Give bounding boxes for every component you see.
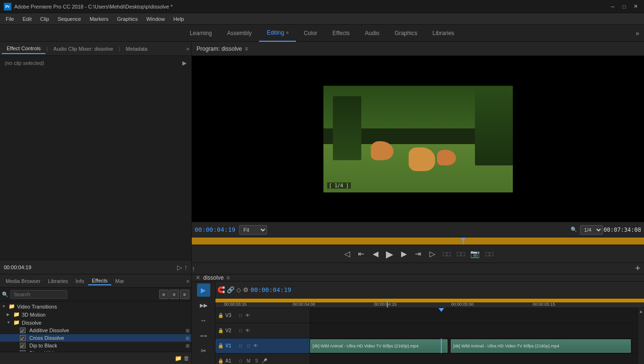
- nav-libraries[interactable]: Libraries: [425, 25, 462, 42]
- timeline-menu-button[interactable]: ≡: [226, 274, 230, 281]
- track-select-tool[interactable]: ▶▶: [197, 299, 210, 312]
- mark-out-button[interactable]: ▷: [427, 248, 438, 260]
- tab-effect-controls[interactable]: Effect Controls: [2, 44, 45, 54]
- link-selection-button[interactable]: 🔗: [227, 286, 234, 293]
- sync-lock-v1[interactable]: □: [237, 343, 244, 348]
- nav-more-button[interactable]: »: [635, 29, 639, 37]
- track-visibility-v3[interactable]: 👁: [245, 313, 250, 318]
- razor-tool[interactable]: ✂: [197, 344, 210, 357]
- toggle-sync-v2[interactable]: □: [237, 328, 244, 333]
- add-to-bin-icon[interactable]: ⊞: [186, 328, 189, 333]
- menu-clip[interactable]: Clip: [36, 15, 53, 23]
- menu-file[interactable]: File: [2, 15, 18, 23]
- lock-icon-v2[interactable]: 🔒: [217, 328, 224, 333]
- tab-libraries[interactable]: Libraries: [44, 277, 72, 285]
- tree-item-video-transitions[interactable]: ▼ 📁 Video Transitions: [0, 302, 191, 310]
- tree-item-3d-motion[interactable]: ▶ 📁 3D Motion: [0, 310, 191, 318]
- panel-tab-more-button[interactable]: »: [186, 46, 189, 52]
- nav-graphics[interactable]: Graphics: [387, 25, 425, 42]
- trim-button[interactable]: ⬚⬚: [483, 248, 495, 260]
- tab-info[interactable]: Info: [72, 277, 88, 285]
- close-button[interactable]: ✕: [631, 3, 640, 10]
- nav-color[interactable]: Color: [296, 25, 325, 42]
- timeline-timecode[interactable]: 00:00:04:19: [250, 286, 291, 293]
- selection-tool[interactable]: ▶: [197, 283, 210, 297]
- solo-a1[interactable]: S: [253, 358, 260, 364]
- tab-effects[interactable]: Effects: [88, 277, 111, 285]
- go-to-out-button[interactable]: ⇥: [412, 248, 424, 260]
- menu-edit[interactable]: Edit: [19, 15, 36, 23]
- add-button[interactable]: +: [635, 264, 644, 273]
- clip-v1-1[interactable]: [4k] Wild Animal - Ultra HD Video TV 60f…: [310, 339, 447, 353]
- clip-v1-2[interactable]: [4k] Wild Animal - Ultra HD Video TV 60f…: [451, 339, 631, 353]
- menu-window[interactable]: Window: [143, 15, 169, 23]
- delete-effect-button[interactable]: 🗑: [184, 355, 189, 362]
- menu-help[interactable]: Help: [170, 15, 188, 23]
- go-to-in-button[interactable]: ⇤: [356, 248, 367, 260]
- mic-a1[interactable]: 🎤: [261, 358, 267, 364]
- add-to-bin-icon[interactable]: ⊞: [186, 336, 189, 341]
- close-timeline-button[interactable]: ✕: [196, 274, 200, 281]
- new-bin-button[interactable]: ≡: [159, 290, 169, 299]
- tab-audio-clip-mixer[interactable]: Audio Clip Mixer: dissolve: [49, 44, 118, 54]
- rate-stretch-tool[interactable]: ⟺: [197, 329, 210, 342]
- lock-icon-v1[interactable]: 🔒: [217, 343, 224, 348]
- tree-item-cross-dissolve[interactable]: ✓ Cross Dissolve ⊞: [0, 334, 191, 342]
- scroll-up[interactable]: ▲: [638, 308, 644, 315]
- track-visibility-v2[interactable]: 👁: [245, 328, 250, 333]
- track-visibility-v1[interactable]: 👁: [253, 343, 258, 348]
- tab-media-browser[interactable]: Media Browser: [2, 277, 44, 285]
- quality-dropdown[interactable]: 1/4 1/2 Full: [580, 225, 603, 235]
- bl-tab-more-button[interactable]: »: [186, 278, 189, 284]
- expand-arrow[interactable]: ▶: [182, 60, 187, 66]
- nav-assembly[interactable]: Assembly: [219, 25, 259, 42]
- menu-sequence[interactable]: Sequence: [54, 15, 85, 23]
- nav-learning[interactable]: Learning: [182, 25, 220, 42]
- accelerated-button[interactable]: ≡: [180, 290, 189, 299]
- tab-mar[interactable]: Mar: [111, 277, 128, 285]
- play-button[interactable]: ▶: [384, 248, 395, 260]
- toggle-sync-v3[interactable]: □: [237, 313, 244, 318]
- maximize-button[interactable]: □: [619, 3, 629, 10]
- slip-tool[interactable]: ⊞: [197, 359, 210, 364]
- export-frame-button[interactable]: ↑: [184, 264, 188, 271]
- main-area: Effect Controls | Audio Clip Mixer: diss…: [0, 42, 644, 364]
- overwrite-button[interactable]: ⬚⬚: [455, 248, 466, 260]
- add-marker-button[interactable]: ◇: [236, 286, 241, 293]
- toggle-output-v1[interactable]: □: [245, 343, 252, 348]
- export-frame-btn[interactable]: 📷: [469, 248, 481, 260]
- nav-editing[interactable]: Editing ≡: [259, 25, 296, 42]
- toggle-snapping-button[interactable]: 🧲: [217, 286, 225, 293]
- tree-item-dissolve[interactable]: ▼ 📁 Dissolve: [0, 318, 191, 327]
- add-to-bin-icon[interactable]: ⊞: [186, 343, 189, 348]
- sync-lock-a1[interactable]: □: [237, 358, 244, 364]
- mute-a1[interactable]: M: [245, 358, 252, 364]
- vertical-scrollbar[interactable]: ▲ ▼ -12 -24 -36 -48 dB S S: [637, 308, 644, 364]
- folder-icon: 📁: [13, 311, 20, 318]
- program-menu-button[interactable]: ≡: [245, 46, 248, 52]
- set-in-button[interactable]: ▷: [177, 264, 182, 271]
- nav-effects[interactable]: Effects: [325, 25, 357, 42]
- mark-in-button[interactable]: ◁: [341, 248, 353, 260]
- step-forward-button[interactable]: ▶: [398, 248, 410, 260]
- insert-button[interactable]: ⬚⬚: [441, 248, 452, 260]
- list-view-button[interactable]: ≡: [170, 290, 179, 299]
- step-back-button[interactable]: ◀: [370, 248, 381, 260]
- minimize-button[interactable]: ─: [608, 3, 617, 10]
- menu-markers[interactable]: Markers: [86, 15, 112, 23]
- tree-item-dip-black[interactable]: ✓ Dip to Black ⊞: [0, 342, 191, 349]
- effects-search-input[interactable]: [10, 290, 67, 299]
- nav-audio[interactable]: Audio: [358, 25, 387, 42]
- magnifier-icon[interactable]: 🔍: [571, 227, 577, 233]
- program-timecode[interactable]: 00:00:04:19: [195, 226, 235, 233]
- menu-graphics[interactable]: Graphics: [113, 15, 142, 23]
- lock-icon-v3[interactable]: 🔒: [217, 313, 224, 318]
- lift-button[interactable]: ↑: [192, 265, 195, 273]
- ripple-edit-tool[interactable]: ↔: [197, 314, 210, 327]
- settings-button[interactable]: ⚙: [243, 286, 249, 293]
- tree-item-additive-dissolve[interactable]: ✓ Additive Dissolve ⊞: [0, 327, 191, 334]
- lock-icon-a1[interactable]: 🔒: [217, 358, 224, 364]
- tab-metadata[interactable]: Metadata: [121, 44, 152, 54]
- fit-dropdown[interactable]: Fit 25% 50% 100%: [239, 225, 267, 235]
- new-custom-bin-button[interactable]: 📁: [175, 355, 182, 362]
